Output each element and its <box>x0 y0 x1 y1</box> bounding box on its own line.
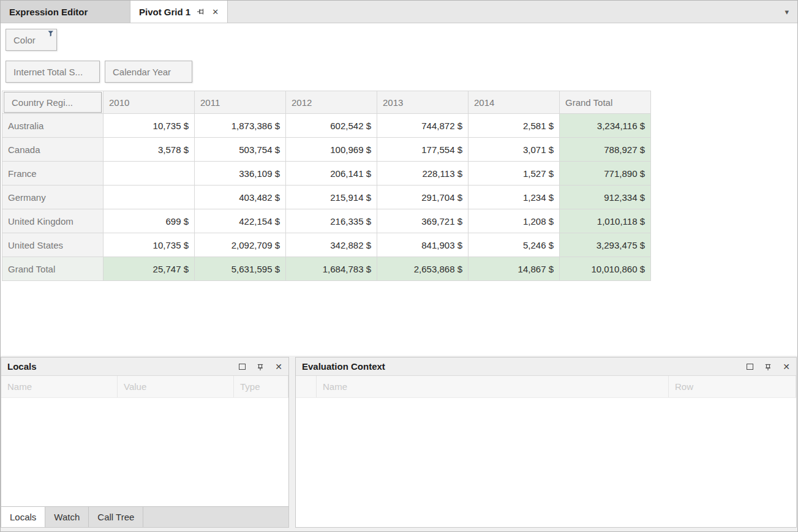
pivot-row-australia: Australia10,735 $1,873,386 $602,542 $744… <box>2 114 651 138</box>
pivot-data-cell[interactable]: 25,747 $ <box>104 257 195 281</box>
pivot-data-cell[interactable]: 788,927 $ <box>560 138 651 162</box>
pivot-data-cell[interactable]: 699 $ <box>104 209 195 233</box>
pivot-data-cell[interactable]: 2,581 $ <box>469 114 560 138</box>
pivot-data-cell[interactable]: 1,234 $ <box>469 185 560 209</box>
tab-pivot-grid-label: Pivot Grid 1 <box>139 7 190 17</box>
pivot-data-cell[interactable]: 422,154 $ <box>195 209 286 233</box>
chevron-down-icon[interactable]: ▾ <box>776 7 797 17</box>
evaluation-context-indicator-column <box>296 376 317 397</box>
pivot-column-header-2010[interactable]: 2010 <box>104 91 195 114</box>
pivot-data-cell[interactable]: 369,721 $ <box>377 209 469 233</box>
pivot-data-cell[interactable]: 10,735 $ <box>104 114 195 138</box>
locals-tab-locals[interactable]: Locals <box>1 507 45 527</box>
pivot-grid-document: Color Internet Total S... Calendar Year … <box>1 23 797 356</box>
pivot-data-cell[interactable]: 215,914 $ <box>286 185 377 209</box>
locals-panel-title: Locals <box>7 361 37 372</box>
pivot-data-cell[interactable]: 841,903 $ <box>377 233 469 257</box>
locals-tabs: LocalsWatchCall Tree <box>1 506 288 527</box>
close-icon[interactable]: ✕ <box>275 362 282 371</box>
pivot-row-united-kingdom: United Kingdom699 $422,154 $216,335 $369… <box>2 209 651 233</box>
pivot-row-france: France336,109 $206,141 $228,113 $1,527 $… <box>2 162 651 185</box>
pivot-data-cell[interactable]: 2,653,868 $ <box>377 257 469 281</box>
pivot-data-cell[interactable]: 5,246 $ <box>469 233 560 257</box>
pivot-column-header-grand-total[interactable]: Grand Total <box>560 91 651 114</box>
pivot-data-cell[interactable]: 503,754 $ <box>195 138 286 162</box>
pivot-data-cell[interactable]: 912,334 $ <box>560 185 651 209</box>
pivot-data-cell[interactable]: 1,208 $ <box>469 209 560 233</box>
pivot-data-cell[interactable]: 1,684,783 $ <box>286 257 377 281</box>
tab-expression-editor[interactable]: Expression Editor <box>1 1 130 23</box>
pivot-header-row: Country Regi... 20102011201220132014Gran… <box>2 91 651 114</box>
filter-icon[interactable] <box>48 31 55 37</box>
pivot-data-cell[interactable]: 1,010,118 $ <box>560 209 651 233</box>
pin-icon[interactable] <box>256 362 265 371</box>
pivot-column-header-2012[interactable]: 2012 <box>286 91 377 114</box>
locals-column-headers: NameValueType <box>1 376 288 398</box>
pivot-column-header-2014[interactable]: 2014 <box>469 91 560 114</box>
pivot-row-header-grand-total[interactable]: Grand Total <box>2 257 104 281</box>
pivot-row-header-australia[interactable]: Australia <box>2 114 104 138</box>
pivot-data-cell[interactable]: 216,335 $ <box>286 209 377 233</box>
evaluation-context-column-row[interactable]: Row <box>669 376 796 397</box>
pivot-data-cell[interactable]: 177,554 $ <box>377 138 469 162</box>
evaluation-context-column-name[interactable]: Name <box>317 376 669 397</box>
pivot-data-cell[interactable]: 3,071 $ <box>469 138 560 162</box>
data-field-button-internet-total-sales[interactable]: Internet Total S... <box>6 61 100 83</box>
pivot-data-cell[interactable]: 3,293,475 $ <box>560 233 651 257</box>
pivot-column-header-2013[interactable]: 2013 <box>377 91 469 114</box>
tab-expression-editor-label: Expression Editor <box>9 7 88 17</box>
pivot-data-cell[interactable]: 3,234,116 $ <box>560 114 651 138</box>
pivot-column-headers: 20102011201220132014Grand Total <box>104 91 651 114</box>
pivot-data-cell[interactable]: 291,704 $ <box>377 185 469 209</box>
pivot-row-germany: Germany403,482 $215,914 $291,704 $1,234 … <box>2 185 651 209</box>
pivot-data-cell[interactable]: 403,482 $ <box>195 185 286 209</box>
maximize-icon[interactable] <box>747 364 753 370</box>
pin-icon[interactable] <box>197 7 206 16</box>
maximize-icon[interactable] <box>239 364 246 370</box>
pivot-row-header-canada[interactable]: Canada <box>2 138 104 162</box>
close-icon[interactable]: ✕ <box>212 7 219 17</box>
tab-pivot-grid[interactable]: Pivot Grid 1 ✕ <box>130 1 228 23</box>
pivot-row-grand-total: Grand Total25,747 $5,631,595 $1,684,783 … <box>2 257 651 281</box>
pivot-column-header-2011[interactable]: 2011 <box>195 91 286 114</box>
pivot-row-header-united-states[interactable]: United States <box>2 233 104 257</box>
pin-icon[interactable] <box>764 362 772 371</box>
locals-titlebar: Locals ✕ <box>1 358 288 376</box>
pivot-data-cell[interactable]: 771,890 $ <box>560 162 651 185</box>
pivot-data-cell[interactable] <box>104 185 195 209</box>
evaluation-context-body <box>296 398 796 527</box>
pivot-data-cell[interactable]: 342,882 $ <box>286 233 377 257</box>
pivot-data-cell[interactable]: 2,092,709 $ <box>195 233 286 257</box>
locals-tab-watch[interactable]: Watch <box>45 507 89 527</box>
row-field-button-country-region[interactable]: Country Regi... <box>4 92 102 113</box>
pivot-row-header-germany[interactable]: Germany <box>2 185 104 209</box>
pivot-data-cell[interactable]: 336,109 $ <box>195 162 286 185</box>
pivot-data-cell[interactable]: 1,527 $ <box>469 162 560 185</box>
pivot-row-header-united-kingdom[interactable]: United Kingdom <box>2 209 104 233</box>
locals-column-value[interactable]: Value <box>118 376 234 397</box>
filter-field-button-color[interactable]: Color <box>6 29 57 51</box>
pivot-data-cell[interactable]: 602,542 $ <box>286 114 377 138</box>
evaluation-context-titlebar: Evaluation Context ✕ <box>296 358 796 376</box>
pivot-data-header-area: Internet Total S... Calendar Year <box>6 61 192 83</box>
pivot-data-cell[interactable]: 10,735 $ <box>104 233 195 257</box>
pivot-data-cell[interactable]: 744,872 $ <box>377 114 469 138</box>
pivot-row-united-states: United States10,735 $2,092,709 $342,882 … <box>2 233 651 257</box>
pivot-row-header-france[interactable]: France <box>2 162 104 185</box>
locals-column-name[interactable]: Name <box>1 376 118 397</box>
pivot-data-cell[interactable]: 228,113 $ <box>377 162 469 185</box>
locals-column-type[interactable]: Type <box>234 376 288 397</box>
app-window: Expression Editor Pivot Grid 1 ✕ ▾ <box>0 0 798 532</box>
pivot-filter-area: Color <box>6 29 57 51</box>
pivot-data-cell[interactable] <box>104 162 195 185</box>
pivot-data-cell[interactable]: 10,010,860 $ <box>560 257 651 281</box>
pivot-data-cell[interactable]: 1,873,386 $ <box>195 114 286 138</box>
pivot-data-cell[interactable]: 206,141 $ <box>286 162 377 185</box>
pivot-data-cell[interactable]: 100,969 $ <box>286 138 377 162</box>
close-icon[interactable]: ✕ <box>783 362 790 371</box>
pivot-data-cell[interactable]: 14,867 $ <box>469 257 560 281</box>
locals-tab-call-tree[interactable]: Call Tree <box>89 507 143 527</box>
pivot-data-cell[interactable]: 3,578 $ <box>104 138 195 162</box>
pivot-data-cell[interactable]: 5,631,595 $ <box>195 257 286 281</box>
data-field-button-calendar-year[interactable]: Calendar Year <box>105 61 192 83</box>
